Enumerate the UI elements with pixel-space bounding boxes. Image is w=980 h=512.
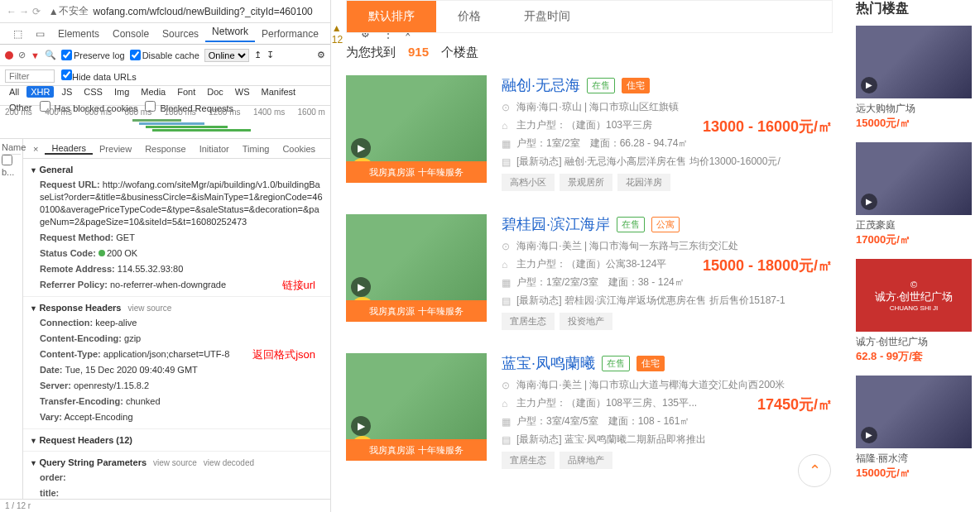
throttle-select[interactable]: Online: [204, 49, 249, 62]
badge-type: 公寓: [651, 217, 680, 232]
clear-button[interactable]: ⊘: [18, 50, 26, 60]
tab-initiator[interactable]: Initiator: [193, 144, 236, 154]
hot-thumb[interactable]: ©诚方·创世纪广场CHUANG SHI JI: [856, 259, 972, 332]
download-icon[interactable]: ↧: [267, 50, 274, 60]
tab-sources[interactable]: Sources: [156, 28, 205, 40]
hot-item[interactable]: ©诚方·创世纪广场CHUANG SHI JI 诚方·创世纪广场 62.8 - 9…: [856, 259, 972, 364]
hot-name: 诚方·创世纪广场: [856, 335, 972, 349]
listing-price: 15000 - 18000元/㎡: [703, 256, 833, 275]
filter-icon[interactable]: ▼: [31, 50, 40, 60]
tab-timing[interactable]: Timing: [236, 144, 276, 154]
result-count: 为您找到 915 个楼盘: [346, 45, 833, 60]
filter-input[interactable]: [5, 69, 55, 83]
filter-xhr[interactable]: XHR: [26, 86, 54, 98]
annotation-json: 返回格式json: [252, 348, 315, 361]
sort-price[interactable]: 价格: [436, 1, 502, 32]
hot-price: 17000元/㎡: [856, 232, 972, 247]
query-params-header[interactable]: Query String Parametersview sourceview d…: [23, 455, 330, 470]
disable-cache[interactable]: Disable cache: [130, 50, 199, 60]
request-headers-header[interactable]: Request Headers (12): [23, 433, 330, 447]
hot-thumb[interactable]: ▶: [856, 376, 972, 448]
inspect-icon[interactable]: ⬚: [7, 28, 29, 40]
network-toolbar: ⊘ ▼ 🔍 Preserve log Disable cache Online …: [0, 45, 330, 66]
tag[interactable]: 景观居所: [560, 174, 612, 191]
hot-name: 远大购物广场: [856, 102, 972, 116]
tab-performance[interactable]: Performance: [255, 28, 325, 40]
hot-price: 15000元/㎡: [856, 116, 972, 131]
tag[interactable]: 高档小区: [502, 174, 555, 191]
browser-addressbar: ← → ⟳ ▲ 不安全 wofang.com/wfcloud/newBuildi…: [0, 0, 330, 23]
filter-img[interactable]: Img: [110, 86, 133, 98]
device-icon[interactable]: ▭: [29, 28, 51, 40]
tag[interactable]: 花园洋房: [617, 174, 670, 191]
tag[interactable]: 宜居生态: [502, 452, 555, 469]
tag[interactable]: 品牌地产: [560, 452, 612, 469]
filter-all[interactable]: All: [5, 86, 23, 98]
tab-cookies[interactable]: Cookies: [276, 144, 322, 154]
tab-response[interactable]: Response: [138, 144, 193, 154]
upload-icon[interactable]: ↥: [254, 50, 262, 60]
listing-tags: 宜居生态投资地产: [502, 313, 833, 330]
listing-thumb[interactable]: ▶ 我房真房源 十年臻服务: [346, 214, 487, 322]
name-header: Name: [2, 142, 21, 155]
filter-ws[interactable]: WS: [231, 86, 254, 98]
badge-sale: 在售: [617, 217, 645, 232]
hot-item[interactable]: ▶ 远大购物广场 15000元/㎡: [856, 26, 972, 131]
hot-item[interactable]: ▶ 福隆·丽水湾 15000元/㎡: [856, 376, 972, 481]
filter-js[interactable]: JS: [57, 86, 76, 98]
play-icon[interactable]: ▶: [861, 77, 877, 93]
sort-default[interactable]: 默认排序: [347, 1, 436, 32]
filter-font[interactable]: Font: [173, 86, 199, 98]
tab-headers[interactable]: Headers: [45, 143, 93, 155]
location-icon: ⊙: [502, 102, 513, 113]
response-headers-header[interactable]: Response Headersview source: [23, 300, 330, 315]
play-icon[interactable]: ▶: [351, 416, 371, 436]
record-button[interactable]: [5, 51, 13, 60]
sidebar: 热门楼盘 ▶ 远大购物广场 15000元/㎡▶ 正茂豪庭 17000元/㎡©诚方…: [848, 0, 980, 512]
sort-date[interactable]: 开盘时间: [502, 1, 592, 32]
listing-title[interactable]: 蓝宝·凤鸣蘭曦 在售 住宅: [502, 353, 833, 373]
filter-manifest[interactable]: Manifest: [257, 86, 300, 98]
thumb-banner: 我房真房源 十年臻服务: [346, 161, 487, 183]
timeline[interactable]: 200 ms400 ms 600 ms800 ms 1000 ms1200 ms…: [0, 106, 330, 139]
play-icon[interactable]: ▶: [861, 427, 877, 443]
hot-thumb[interactable]: ▶: [856, 142, 972, 215]
status-footer: 1 / 12 r: [0, 499, 330, 512]
listing-item[interactable]: ▶ 我房真房源 十年臻服务 蓝宝·凤鸣蘭曦 在售 住宅 ⊙海南·海口·美兰 | …: [346, 353, 833, 469]
url-text[interactable]: wofang.com/wfcloud/newBuilding?_cityId=4…: [94, 6, 313, 17]
tab-preview[interactable]: Preview: [93, 144, 138, 154]
filter-doc[interactable]: Doc: [203, 86, 228, 98]
filter-css[interactable]: CSS: [79, 86, 107, 98]
search-icon[interactable]: 🔍: [45, 50, 56, 60]
location-icon: ⊙: [502, 241, 513, 252]
listing-item[interactable]: ▶ 我房真房源 十年臻服务 碧桂园·滨江海岸 在售 公寓 ⊙海南·海口·美兰 |…: [346, 214, 833, 330]
nav-arrows[interactable]: ← → ⟳: [7, 6, 41, 17]
floorplan-icon: ▦: [502, 277, 513, 289]
badge-type: 住宅: [637, 356, 665, 371]
general-header[interactable]: General: [23, 162, 330, 177]
hide-data-urls[interactable]: Hide data URLs: [61, 69, 137, 82]
listing-title[interactable]: 融创·无忌海 在售 住宅: [502, 75, 833, 95]
toolbar-settings-icon[interactable]: ⚙: [317, 50, 325, 60]
tab-elements[interactable]: Elements: [51, 28, 106, 40]
back-to-top-button[interactable]: ⌃: [798, 454, 831, 487]
secure-label: 不安全: [59, 4, 89, 18]
listing-item[interactable]: ▶ 我房真房源 十年臻服务 融创·无忌海 在售 住宅 ⊙海南·海口·琼山 | 海…: [346, 75, 833, 191]
close-detail[interactable]: ×: [26, 144, 45, 154]
play-icon[interactable]: ▶: [351, 138, 371, 158]
request-row[interactable]: b...: [2, 155, 21, 177]
listing-thumb[interactable]: ▶ 我房真房源 十年臻服务: [346, 75, 487, 183]
filter-media[interactable]: Media: [137, 86, 170, 98]
preserve-log[interactable]: Preserve log: [61, 50, 125, 60]
listing-thumb[interactable]: ▶ 我房真房源 十年臻服务: [346, 353, 487, 461]
tab-console[interactable]: Console: [106, 28, 156, 40]
tag[interactable]: 投资地产: [560, 313, 612, 330]
listing-title[interactable]: 碧桂园·滨江海岸 在售 公寓: [502, 214, 833, 234]
news-icon: ▤: [502, 295, 513, 307]
play-icon[interactable]: ▶: [861, 194, 877, 210]
play-icon[interactable]: ▶: [351, 277, 371, 297]
hot-item[interactable]: ▶ 正茂豪庭 17000元/㎡: [856, 142, 972, 247]
hot-thumb[interactable]: ▶: [856, 26, 972, 98]
tab-network[interactable]: Network: [205, 26, 255, 42]
tag[interactable]: 宜居生态: [502, 313, 555, 330]
